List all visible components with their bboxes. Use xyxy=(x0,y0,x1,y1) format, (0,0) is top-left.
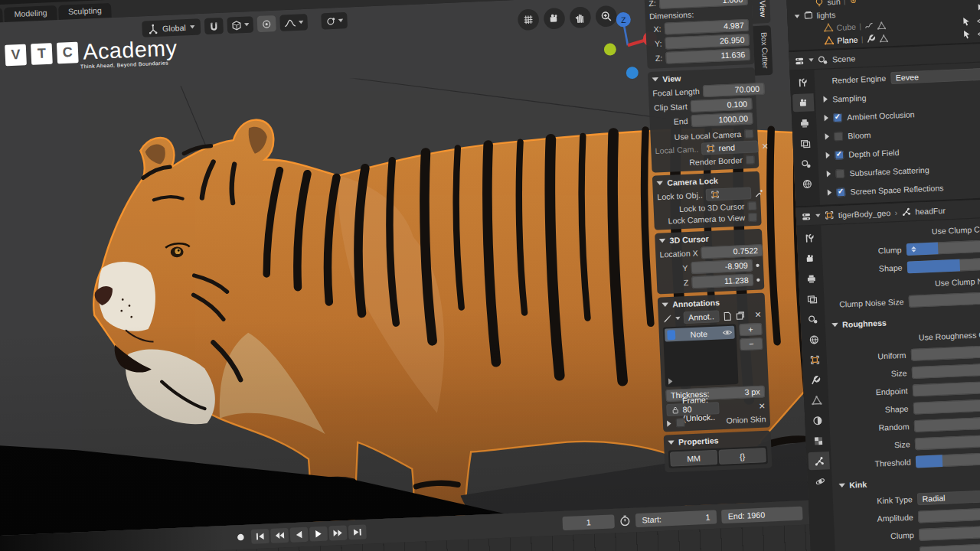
list-resize-grip[interactable] xyxy=(668,378,673,385)
roughness-uniform-size-field[interactable]: 0.500 xyxy=(912,362,980,379)
clip-end-field[interactable]: 1000.00 xyxy=(691,112,753,127)
lock-camera-to-view-checkbox[interactable] xyxy=(748,213,757,222)
delete-annotation-button[interactable]: ✕ xyxy=(748,310,762,319)
eye-icon[interactable] xyxy=(977,16,980,26)
camera-view-button[interactable] xyxy=(544,8,566,30)
eye-icon[interactable] xyxy=(977,29,980,39)
lock-to-3d-cursor-checkbox[interactable] xyxy=(747,201,756,210)
orbit-options-dropdown[interactable] xyxy=(321,12,348,30)
snap-target-dropdown[interactable] xyxy=(227,16,253,34)
unit-braces-button[interactable]: {} xyxy=(719,448,766,465)
annotations-header[interactable]: Annotations xyxy=(662,295,761,310)
tab-view-layer[interactable] xyxy=(801,289,823,308)
thickness-slider[interactable]: Thickness:3 px xyxy=(665,385,765,402)
cursor-select-icon[interactable] xyxy=(962,30,972,40)
duplicate-annotation-icon[interactable] xyxy=(735,310,745,320)
layer-color-swatch[interactable] xyxy=(667,330,675,340)
falloff-dropdown[interactable] xyxy=(279,14,308,31)
current-frame-field[interactable]: 1 xyxy=(562,514,615,530)
start-frame-field[interactable]: Start:1 xyxy=(635,510,717,527)
tab-object[interactable] xyxy=(804,350,826,369)
add-layer-button[interactable]: + xyxy=(739,323,762,336)
tab-tool[interactable] xyxy=(792,73,814,91)
eye-icon[interactable] xyxy=(722,328,732,337)
ambient-occlusion-checkbox[interactable] xyxy=(833,112,842,122)
tab-output[interactable] xyxy=(800,269,822,288)
tab-scene[interactable] xyxy=(795,154,817,172)
end-frame-field[interactable]: End: 1960 xyxy=(721,506,803,523)
auto-key-button[interactable] xyxy=(231,530,250,545)
annotation-layer-row[interactable]: Note xyxy=(665,326,735,342)
tab-modifiers[interactable] xyxy=(805,370,827,389)
cursor-panel-header[interactable]: 3D Cursor xyxy=(659,231,759,246)
kink-type-dropdown[interactable]: Radial xyxy=(917,488,980,505)
clear-frame-button[interactable]: ✕ xyxy=(723,402,766,412)
tab-object-data[interactable] xyxy=(805,391,828,409)
focal-length-field[interactable]: 70.000 xyxy=(703,83,765,97)
tab-world[interactable] xyxy=(802,330,825,348)
kink-flatness-field[interactable]: 0.000 xyxy=(920,542,980,551)
tab-view-layer[interactable] xyxy=(794,134,816,152)
kink-amplitude-field[interactable]: 1.000 xyxy=(918,507,980,523)
cursor-select-icon[interactable] xyxy=(976,3,980,13)
annotation-frame-field[interactable]: Frame: 80 (Unlock.. xyxy=(666,402,720,416)
clear-local-camera-button[interactable]: ✕ xyxy=(762,142,769,151)
tab-tool[interactable] xyxy=(799,229,821,247)
local-camera-field[interactable]: rend xyxy=(701,140,759,155)
cursor-x-field[interactable]: 0.7522 xyxy=(701,244,763,259)
clip-start-field[interactable]: 0.100 xyxy=(691,98,753,112)
clump-slider[interactable]: 0.300 xyxy=(906,239,980,256)
sidebar-tab-view[interactable]: View xyxy=(752,0,771,24)
camera-lock-header[interactable]: Camera Lock xyxy=(656,174,756,188)
play-reverse-button[interactable] xyxy=(290,527,309,543)
tab-render[interactable] xyxy=(792,93,815,112)
new-annotation-icon[interactable] xyxy=(722,311,732,321)
stopwatch-icon[interactable] xyxy=(619,514,631,526)
tab-physics[interactable] xyxy=(809,471,831,491)
tab-material[interactable] xyxy=(806,411,828,429)
kink-clump-field[interactable]: 0.000 xyxy=(919,524,980,541)
tab-render[interactable] xyxy=(799,249,822,267)
cursor-select-icon[interactable] xyxy=(961,17,971,27)
cursor-select-icon[interactable] xyxy=(960,0,970,1)
dim-y-field[interactable]: 26.950 xyxy=(665,34,750,50)
roughness-endpoint-field[interactable]: 0.200 xyxy=(913,380,980,396)
proportional-editing-button[interactable] xyxy=(256,15,276,32)
annotation-name-field[interactable]: Annot.. xyxy=(683,310,719,324)
roughness-random-field[interactable]: 0.150 xyxy=(914,416,980,432)
editor-type-icon[interactable] xyxy=(801,210,812,221)
annotation-layer-list[interactable]: Note xyxy=(663,324,739,387)
remove-layer-button[interactable]: − xyxy=(740,337,763,350)
tab-scene[interactable] xyxy=(802,310,824,328)
prev-keyframe-button[interactable] xyxy=(270,528,289,543)
roughness-random-size-field[interactable]: 10.000 xyxy=(915,433,980,450)
tab-output[interactable] xyxy=(793,113,815,132)
pan-hand-button[interactable] xyxy=(570,6,592,28)
editor-type-icon[interactable] xyxy=(794,55,805,66)
use-local-camera-checkbox[interactable] xyxy=(744,129,753,139)
render-border-checkbox[interactable] xyxy=(746,155,755,165)
roughness-threshold-slider[interactable]: 0.250 xyxy=(916,452,980,468)
bloom-checkbox[interactable] xyxy=(834,132,843,141)
screen-space-reflections-checkbox[interactable] xyxy=(836,187,845,197)
jump-to-start-button[interactable] xyxy=(251,529,270,544)
unit-mm-button[interactable]: MM xyxy=(670,450,717,467)
next-keyframe-button[interactable] xyxy=(328,525,347,540)
pencil-icon[interactable] xyxy=(662,314,672,324)
tab-particles[interactable] xyxy=(808,452,830,470)
clump-shape-slider[interactable]: 0.000 xyxy=(907,257,980,274)
onion-skin-checkbox[interactable] xyxy=(676,418,685,427)
eyedropper-icon[interactable] xyxy=(754,187,764,197)
depth-of-field-checkbox[interactable] xyxy=(835,150,844,159)
view-panel-header[interactable]: View xyxy=(652,70,751,85)
transform-orientation-dropdown[interactable]: Global xyxy=(142,18,201,37)
play-button[interactable] xyxy=(309,527,328,542)
dim-z-field[interactable]: 11.636 xyxy=(665,48,750,64)
sidebar-tab-box-cutter[interactable]: Box Cutter xyxy=(753,26,773,76)
tab-world[interactable] xyxy=(796,174,818,193)
roughness-shape-field[interactable]: 1.000 xyxy=(913,398,980,415)
collection-expand-icon[interactable] xyxy=(795,15,800,18)
cursor-z-field[interactable]: 11.238 xyxy=(691,274,753,289)
tab-texture[interactable] xyxy=(807,432,829,450)
cursor-y-field[interactable]: -8.909 xyxy=(691,259,753,274)
